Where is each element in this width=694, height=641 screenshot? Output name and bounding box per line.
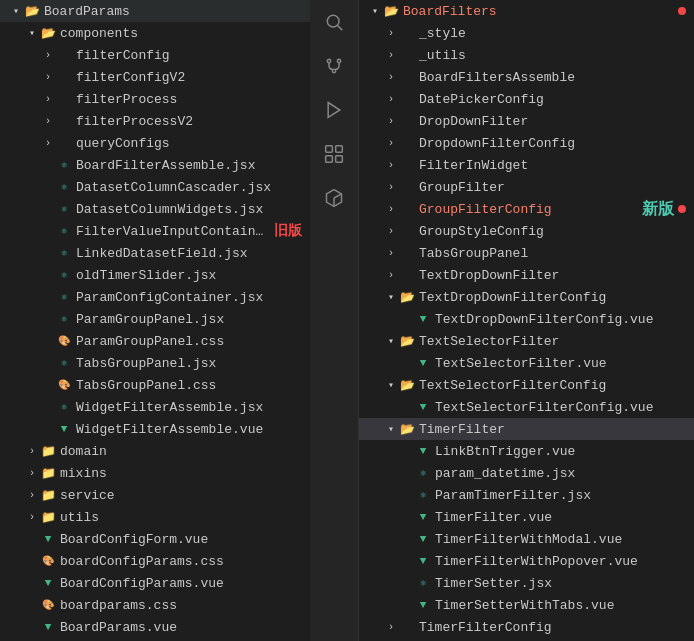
folder-open-icon: 📂 — [24, 3, 40, 19]
tree-item-oldTimerSlider[interactable]: ⚛ oldTimerSlider.jsx — [0, 264, 310, 286]
tree-item-DatePickerConfig[interactable]: › DatePickerConfig — [359, 88, 694, 110]
tree-item-TextSelectorFilterConfig-folder[interactable]: ▾ 📂 TextSelectorFilterConfig — [359, 374, 694, 396]
file-icon — [56, 69, 72, 85]
run-icon[interactable] — [320, 96, 348, 124]
folder-open-icon: 📂 — [399, 333, 415, 349]
tree-item-ParamGroupPanel-jsx[interactable]: ⚛ ParamGroupPanel.jsx — [0, 308, 310, 330]
source-control-icon[interactable] — [320, 52, 348, 80]
item-label: DropDownFilter — [419, 114, 686, 129]
svg-rect-7 — [336, 146, 343, 153]
item-label: ParamGroupPanel.css — [76, 334, 302, 349]
tree-item-components-folder[interactable]: ▾ 📂 components — [0, 22, 310, 44]
old-badge: 旧版 — [274, 222, 302, 240]
folder-icon: 📁 — [40, 465, 56, 481]
arrow-icon: › — [383, 223, 399, 239]
tree-item-FilterValueInputContainer[interactable]: ⚛ FilterValueInputContainer.jsx 旧版 — [0, 220, 310, 242]
tree-item-BoardConfigParams-vue[interactable]: ▼ BoardConfigParams.vue — [0, 572, 310, 594]
jsx-icon: ⚛ — [56, 267, 72, 283]
file-icon — [399, 25, 415, 41]
tree-item-_utils[interactable]: › _utils — [359, 44, 694, 66]
activity-bar — [310, 0, 358, 641]
tree-item-boardparams-folder[interactable]: ▾ 📂 BoardParams — [0, 0, 310, 22]
tree-item-TimerSetter-jsx[interactable]: ⚛ TimerSetter.jsx — [359, 572, 694, 594]
tree-item-TextDropDownFilterConfig-vue[interactable]: ▼ TextDropDownFilterConfig.vue — [359, 308, 694, 330]
tree-item-TextSelectorFilter-folder[interactable]: ▾ 📂 TextSelectorFilter — [359, 330, 694, 352]
vue-icon: ▼ — [56, 421, 72, 437]
tree-item-GroupStyleConfig[interactable]: › GroupStyleConfig — [359, 220, 694, 242]
tree-item-DropdownFilterConfig[interactable]: › DropdownFilterConfig — [359, 132, 694, 154]
modified-dot — [678, 7, 686, 15]
vue-icon: ▼ — [415, 531, 431, 547]
item-label: components — [60, 26, 302, 41]
tree-item-TabsGroupPanel-jsx[interactable]: ⚛ TabsGroupPanel.jsx — [0, 352, 310, 374]
tree-item-TimerFilterWithModal-vue[interactable]: ▼ TimerFilterWithModal.vue — [359, 528, 694, 550]
tree-item-LinkedDatasetField[interactable]: ⚛ LinkedDatasetField.jsx — [0, 242, 310, 264]
item-label: FilterValueInputContainer.jsx — [76, 224, 268, 239]
tree-item-queryConfigs[interactable]: › queryConfigs — [0, 132, 310, 154]
file-icon — [56, 91, 72, 107]
jsx-icon: ⚛ — [56, 355, 72, 371]
tree-item-boardfilters-folder[interactable]: ▾ 📂 BoardFilters — [359, 0, 694, 22]
tree-item-domain-folder[interactable]: › 📁 domain — [0, 440, 310, 462]
tree-item-filterConfigV2[interactable]: › filterConfigV2 — [0, 66, 310, 88]
tree-item-service-folder[interactable]: › 📁 service — [0, 484, 310, 506]
tree-item-GroupFilter[interactable]: › GroupFilter — [359, 176, 694, 198]
tree-item-filterConfig[interactable]: › filterConfig — [0, 44, 310, 66]
file-icon — [399, 223, 415, 239]
tree-item-TimerSetterWithTabs-vue[interactable]: ▼ TimerSetterWithTabs.vue — [359, 594, 694, 616]
item-label: DropdownFilterConfig — [419, 136, 686, 151]
tree-item-ParamTimerFilter-jsx[interactable]: ⚛ ParamTimerFilter.jsx — [359, 484, 694, 506]
tree-item-_style[interactable]: › _style — [359, 22, 694, 44]
tree-item-BoardParams-vue[interactable]: ▼ BoardParams.vue — [0, 616, 310, 638]
tree-item-TextSelectorFilter-vue[interactable]: ▼ TextSelectorFilter.vue — [359, 352, 694, 374]
tree-item-BoardFilterAssemble[interactable]: ⚛ BoardFilterAssemble.jsx — [0, 154, 310, 176]
tree-item-GroupFilterConfig[interactable]: › GroupFilterConfig 新版 — [359, 198, 694, 220]
tree-item-ParamConfigContainer[interactable]: ⚛ ParamConfigContainer.jsx — [0, 286, 310, 308]
package-icon[interactable] — [320, 184, 348, 212]
file-icon — [399, 201, 415, 217]
extensions-icon[interactable] — [320, 140, 348, 168]
tree-item-FilterInWidget[interactable]: › FilterInWidget — [359, 154, 694, 176]
tree-item-DatasetColumnCascader[interactable]: ⚛ DatasetColumnCascader.jsx — [0, 176, 310, 198]
item-label: filterConfigV2 — [76, 70, 302, 85]
item-label: BoardConfigParams.vue — [60, 576, 302, 591]
tree-item-TextDropDownFilter[interactable]: › TextDropDownFilter — [359, 264, 694, 286]
tree-item-TimerFilterWithPopover-vue[interactable]: ▼ TimerFilterWithPopover.vue — [359, 550, 694, 572]
tree-item-filterProcess[interactable]: › filterProcess — [0, 88, 310, 110]
tree-item-WidgetFilterAssemble-jsx[interactable]: ⚛ WidgetFilterAssemble.jsx — [0, 396, 310, 418]
item-label: TextDropDownFilterConfig — [419, 290, 686, 305]
tree-item-TimerFilterConfig-folder[interactable]: › TimerFilterConfig — [359, 616, 694, 638]
tree-item-utils-folder[interactable]: › 📁 utils — [0, 506, 310, 528]
search-icon[interactable] — [320, 8, 348, 36]
tree-item-mixins-folder[interactable]: › 📁 mixins — [0, 462, 310, 484]
tree-item-param_datetime-jsx[interactable]: ⚛ param_datetime.jsx — [359, 462, 694, 484]
tree-item-TabsGroupPanel-css[interactable]: 🎨 TabsGroupPanel.css — [0, 374, 310, 396]
jsx-icon: ⚛ — [56, 157, 72, 173]
tree-item-filterProcessV2[interactable]: › filterProcessV2 — [0, 110, 310, 132]
arrow-icon: › — [383, 267, 399, 283]
tree-item-boardparams-css[interactable]: 🎨 boardparams.css — [0, 594, 310, 616]
tree-item-TabsGroupPanel-r[interactable]: › TabsGroupPanel — [359, 242, 694, 264]
tree-item-WidgetFilterAssemble-vue[interactable]: ▼ WidgetFilterAssemble.vue — [0, 418, 310, 440]
tree-item-TimerFilter-folder[interactable]: ▾ 📂 TimerFilter — [359, 418, 694, 440]
arrow-icon: › — [383, 69, 399, 85]
tree-item-LinkBtnTrigger-vue[interactable]: ▼ LinkBtnTrigger.vue — [359, 440, 694, 462]
tree-item-TimerFilter-vue[interactable]: ▼ TimerFilter.vue — [359, 506, 694, 528]
tree-item-BoardConfigForm-vue[interactable]: ▼ BoardConfigForm.vue — [0, 528, 310, 550]
file-icon — [399, 267, 415, 283]
tree-item-boardConfigParams-css[interactable]: 🎨 boardConfigParams.css — [0, 550, 310, 572]
tree-item-BoardFiltersAssemble[interactable]: › BoardFiltersAssemble — [359, 66, 694, 88]
folder-icon: 📁 — [40, 443, 56, 459]
file-icon — [399, 91, 415, 107]
item-label: BoardConfigForm.vue — [60, 532, 302, 547]
tree-item-DropDownFilter[interactable]: › DropDownFilter — [359, 110, 694, 132]
arrow-icon: › — [383, 179, 399, 195]
tree-item-ParamGroupPanel-css[interactable]: 🎨 ParamGroupPanel.css — [0, 330, 310, 352]
item-label: TabsGroupPanel.jsx — [76, 356, 302, 371]
tree-item-TextSelectorFilterConfig-vue[interactable]: ▼ TextSelectorFilterConfig.vue — [359, 396, 694, 418]
left-file-tree[interactable]: ▾ 📂 BoardParams ▾ 📂 components › filterC… — [0, 0, 310, 641]
arrow-icon: › — [383, 201, 399, 217]
tree-item-TextDropDownFilterConfig-folder[interactable]: ▾ 📂 TextDropDownFilterConfig — [359, 286, 694, 308]
right-file-tree[interactable]: ▾ 📂 BoardFilters › _style › _utils › Boa… — [358, 0, 694, 641]
tree-item-DatasetColumnWidgets[interactable]: ⚛ DatasetColumnWidgets.jsx — [0, 198, 310, 220]
